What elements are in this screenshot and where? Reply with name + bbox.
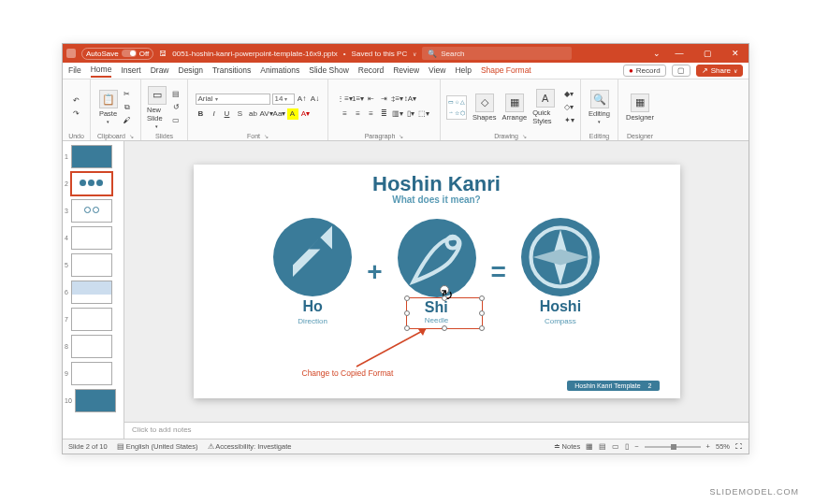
font-family-combo[interactable]: Arial▾ [196,94,270,105]
cut-button[interactable]: ✂ [122,89,133,100]
designer-button[interactable]: ▦Designer [626,94,654,122]
tab-shape-format[interactable]: Shape Format [481,65,531,77]
arrange-button[interactable]: ▦Arrange [501,94,527,122]
operator-equals[interactable]: = [491,257,506,287]
caption-direction[interactable]: Direction [298,317,327,325]
tab-review[interactable]: Review [393,65,419,77]
view-normal-button[interactable]: ▦ [586,442,593,451]
justify-button[interactable]: ≣ [379,108,390,120]
thumbnail-1[interactable] [71,145,112,168]
tab-record[interactable]: Record [358,65,384,77]
format-painter-button[interactable]: 🖌 [122,115,133,126]
indent-left-button[interactable]: ⇤ [366,94,377,105]
underline-button[interactable]: U [222,108,233,120]
quick-styles-button[interactable]: AQuick Styles [532,89,558,125]
slide-canvas[interactable]: Hoshin Kanri What does it mean? Ho Direc… [124,141,749,422]
icon-direction[interactable] [273,218,352,296]
thumbnail-2[interactable] [71,172,112,195]
thumbnail-4[interactable] [71,226,112,250]
copy-button[interactable]: ⧉ [122,102,133,113]
icon-compass[interactable] [521,218,600,296]
bullets-button[interactable]: ⋮≡▾ [340,94,351,105]
section-button[interactable]: ▭ [170,115,182,126]
thumbnail-6[interactable] [71,281,112,304]
accessibility-button[interactable]: ⚠ Accessibility: Investigate [208,442,292,451]
zoom-in-button[interactable]: + [706,442,710,451]
tab-help[interactable]: Help [455,65,471,77]
thumbnail-9[interactable] [71,362,112,385]
decrease-font-button[interactable]: A↓ [310,94,321,105]
shape-effects-button[interactable]: ✦▾ [563,115,574,126]
align-right-button[interactable]: ≡ [366,108,377,120]
highlight-button[interactable]: A [287,108,298,120]
present-button[interactable]: ▢ [672,65,690,77]
tab-insert[interactable]: Insert [121,65,140,77]
view-reading-button[interactable]: ▭ [612,442,619,451]
dialog-launcher-icon[interactable]: ↘ [264,133,269,139]
strike-button[interactable]: S [235,108,246,120]
reset-button[interactable]: ↺ [170,102,182,113]
shape-fill-button[interactable]: ◆▾ [563,89,574,100]
zoom-value[interactable]: 55% [716,442,730,451]
dialog-launcher-icon[interactable]: ↘ [522,133,527,139]
editing-button[interactable]: 🔍Editing▾ [589,90,610,124]
tab-home[interactable]: Home [91,65,112,78]
slide-thumbnails[interactable]: 1 2 3 4 5 6 7 8 9 10 [63,141,124,439]
paste-button[interactable]: 📋 Paste▾ [99,90,118,124]
close-button[interactable]: ✕ [726,49,745,58]
dialog-launcher-icon[interactable]: ↘ [129,133,134,139]
view-slideshow-button[interactable]: ▯ [625,442,629,451]
bold-button[interactable]: B [196,108,207,120]
italic-button[interactable]: I [209,108,220,120]
tab-transitions[interactable]: Transitions [212,65,251,77]
search-input[interactable]: 🔍 Search [422,47,572,60]
ribbon-options-icon[interactable]: ⌄ [653,49,661,58]
operator-plus[interactable]: + [367,257,382,287]
language-button[interactable]: ▤ English (United States) [117,442,198,451]
tab-slide-show[interactable]: Slide Show [309,65,349,77]
notes-toggle[interactable]: ≐ Notes [554,442,581,451]
font-size-combo[interactable]: 14▾ [272,94,295,105]
thumbnail-8[interactable] [71,335,112,358]
line-spacing-button[interactable]: ‡≡▾ [392,94,403,105]
word-ho[interactable]: Ho [302,298,322,315]
dialog-launcher-icon[interactable]: ↘ [399,133,403,139]
numbering-button[interactable]: 1≡▾ [353,94,364,105]
align-center-button[interactable]: ≡ [353,108,364,120]
notes-pane[interactable]: Click to add notes [124,422,749,439]
tab-draw[interactable]: Draw [151,65,169,77]
shape-outline-button[interactable]: ◇▾ [563,102,574,113]
increase-font-button[interactable]: A↑ [297,94,308,105]
fit-window-button[interactable]: ⛶ [735,442,743,451]
tab-view[interactable]: View [429,65,445,77]
zoom-out-button[interactable]: − [634,442,638,451]
maximize-button[interactable]: ▢ [698,49,717,58]
thumbnail-5[interactable] [71,253,112,277]
shapes-button[interactable]: ◇Shapes [472,94,496,122]
view-sorter-button[interactable]: ▤ [599,442,606,451]
redo-button[interactable]: ↷ [71,108,82,120]
share-button[interactable]: ↗Share∨ [696,65,743,77]
autosave-toggle[interactable]: AutoSave Off [81,48,153,60]
char-spacing-button[interactable]: AV▾ [261,108,272,120]
tab-design[interactable]: Design [179,65,203,77]
word-hoshi[interactable]: Hoshi [540,298,581,315]
record-button[interactable]: ●Record [623,65,666,77]
text-direction-button[interactable]: ↕A▾ [405,94,416,105]
thumbnail-3[interactable] [71,199,112,223]
thumbnail-7[interactable] [71,308,112,331]
new-slide-button[interactable]: ▭ New Slide▾ [147,86,167,129]
save-icon[interactable]: 🖫 [159,50,167,58]
zoom-slider[interactable] [645,446,701,448]
slide-title[interactable]: Hoshin Kanri [372,172,501,196]
undo-button[interactable]: ↶ [71,95,82,107]
shadow-button[interactable]: ab [248,108,259,120]
minimize-button[interactable]: — [670,49,689,58]
shapes-gallery[interactable]: ▭○△→☆⬡ [446,95,467,120]
align-left-button[interactable]: ≡ [340,108,351,120]
indent-right-button[interactable]: ⇥ [379,94,390,105]
icon-needle[interactable] [398,219,476,297]
align-text-button[interactable]: ▯▾ [405,108,416,120]
caption-compass[interactable]: Compass [545,317,576,325]
columns-button[interactable]: ▥▾ [392,108,403,120]
